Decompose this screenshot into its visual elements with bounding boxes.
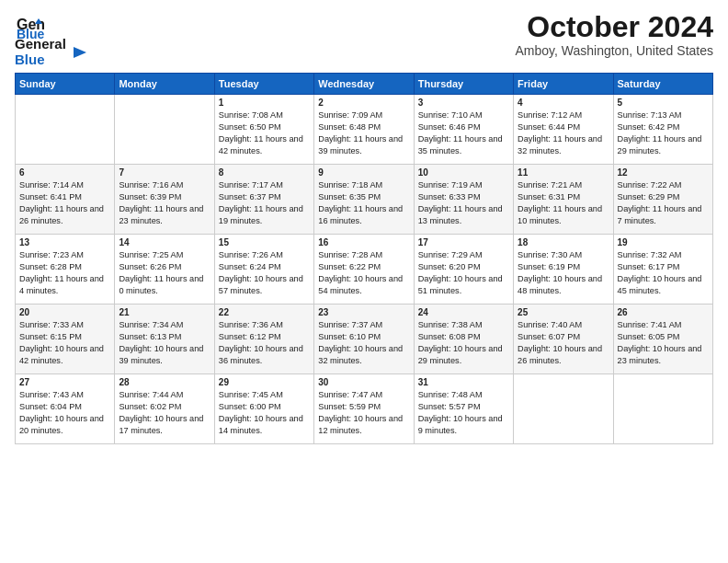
sunset-text: Sunset: 6:42 PM — [618, 122, 680, 132]
day-content: Sunrise: 7:26 AMSunset: 6:24 PMDaylight:… — [219, 249, 310, 297]
day-content: Sunrise: 7:47 AMSunset: 5:59 PMDaylight:… — [318, 389, 409, 437]
col-monday: Monday — [115, 74, 214, 95]
calendar-cell — [16, 95, 115, 165]
sunset-text: Sunset: 6:44 PM — [518, 122, 580, 132]
day-number: 1 — [219, 98, 310, 108]
day-content: Sunrise: 7:33 AMSunset: 6:15 PMDaylight:… — [19, 319, 110, 367]
day-number: 20 — [19, 307, 110, 317]
calendar-cell: 27Sunrise: 7:43 AMSunset: 6:04 PMDayligh… — [16, 374, 115, 444]
daylight-text: Daylight: 11 hours and 7 minutes. — [618, 204, 702, 225]
sunset-text: Sunset: 6:02 PM — [119, 402, 181, 411]
daylight-text: Daylight: 11 hours and 26 minutes. — [19, 204, 104, 225]
daylight-text: Daylight: 10 hours and 20 minutes. — [19, 414, 104, 435]
calendar-cell: 7Sunrise: 7:16 AMSunset: 6:39 PMDaylight… — [115, 165, 214, 235]
calendar-cell: 30Sunrise: 7:47 AMSunset: 5:59 PMDayligh… — [314, 374, 414, 444]
sunrise-text: Sunrise: 7:29 AM — [418, 250, 483, 259]
daylight-text: Daylight: 10 hours and 45 minutes. — [618, 274, 702, 295]
col-friday: Friday — [514, 74, 613, 95]
daylight-text: Daylight: 10 hours and 12 minutes. — [318, 414, 403, 435]
sunrise-text: Sunrise: 7:47 AM — [318, 390, 382, 399]
col-thursday: Thursday — [414, 74, 513, 95]
day-number: 31 — [418, 377, 509, 387]
day-content: Sunrise: 7:34 AMSunset: 6:13 PMDaylight:… — [119, 319, 210, 367]
day-content: Sunrise: 7:28 AMSunset: 6:22 PMDaylight:… — [318, 249, 409, 297]
calendar-cell: 26Sunrise: 7:41 AMSunset: 6:05 PMDayligh… — [613, 304, 712, 374]
day-content: Sunrise: 7:23 AMSunset: 6:28 PMDaylight:… — [19, 249, 110, 297]
day-number: 9 — [318, 167, 409, 178]
calendar-page: General Blue General Blue October 2024 — [0, 0, 728, 563]
calendar-cell: 10Sunrise: 7:19 AMSunset: 6:33 PMDayligh… — [414, 165, 513, 235]
daylight-text: Daylight: 10 hours and 32 minutes. — [318, 344, 403, 365]
sunrise-text: Sunrise: 7:38 AM — [418, 320, 483, 329]
calendar-cell: 20Sunrise: 7:33 AMSunset: 6:15 PMDayligh… — [16, 304, 115, 374]
sunset-text: Sunset: 6:33 PM — [418, 192, 481, 201]
calendar-cell: 29Sunrise: 7:45 AMSunset: 6:00 PMDayligh… — [214, 374, 313, 444]
sunrise-text: Sunrise: 7:33 AM — [19, 320, 84, 329]
daylight-text: Daylight: 10 hours and 14 minutes. — [219, 414, 303, 435]
logo-arrow-icon — [70, 43, 88, 62]
calendar-cell — [514, 374, 613, 444]
sunrise-text: Sunrise: 7:09 AM — [318, 110, 382, 120]
sunset-text: Sunset: 6:39 PM — [119, 192, 181, 201]
daylight-text: Daylight: 10 hours and 23 minutes. — [618, 344, 702, 365]
day-content: Sunrise: 7:14 AMSunset: 6:41 PMDaylight:… — [19, 179, 110, 227]
week-row-5: 27Sunrise: 7:43 AMSunset: 6:04 PMDayligh… — [16, 374, 713, 444]
sunrise-text: Sunrise: 7:40 AM — [518, 320, 582, 329]
day-number: 18 — [518, 237, 609, 247]
sunset-text: Sunset: 6:24 PM — [219, 262, 281, 271]
calendar-cell: 19Sunrise: 7:32 AMSunset: 6:17 PMDayligh… — [613, 235, 712, 304]
sunrise-text: Sunrise: 7:10 AM — [418, 110, 483, 120]
sunrise-text: Sunrise: 7:41 AM — [618, 320, 682, 329]
day-number: 27 — [19, 377, 110, 387]
day-number: 30 — [318, 377, 409, 387]
day-number: 6 — [19, 167, 110, 178]
day-content: Sunrise: 7:37 AMSunset: 6:10 PMDaylight:… — [318, 319, 409, 367]
col-tuesday: Tuesday — [214, 74, 313, 95]
sunrise-text: Sunrise: 7:12 AM — [518, 110, 582, 120]
daylight-text: Daylight: 11 hours and 29 minutes. — [618, 134, 702, 155]
sunrise-text: Sunrise: 7:32 AM — [618, 250, 682, 259]
daylight-text: Daylight: 10 hours and 26 minutes. — [518, 344, 602, 365]
sunset-text: Sunset: 6:07 PM — [518, 332, 580, 341]
sunset-text: Sunset: 6:04 PM — [19, 402, 82, 411]
daylight-text: Daylight: 10 hours and 29 minutes. — [418, 344, 503, 365]
sunset-text: Sunset: 6:13 PM — [119, 332, 181, 341]
sunset-text: Sunset: 6:48 PM — [318, 122, 381, 132]
day-number: 7 — [119, 167, 210, 178]
day-content: Sunrise: 7:41 AMSunset: 6:05 PMDaylight:… — [618, 319, 709, 367]
daylight-text: Daylight: 10 hours and 57 minutes. — [219, 274, 303, 295]
day-content: Sunrise: 7:12 AMSunset: 6:44 PMDaylight:… — [518, 109, 609, 157]
calendar-cell: 25Sunrise: 7:40 AMSunset: 6:07 PMDayligh… — [514, 304, 613, 374]
day-content: Sunrise: 7:16 AMSunset: 6:39 PMDaylight:… — [119, 179, 210, 227]
day-number: 26 — [618, 307, 709, 317]
daylight-text: Daylight: 11 hours and 39 minutes. — [318, 134, 403, 155]
col-wednesday: Wednesday — [314, 74, 414, 95]
day-content: Sunrise: 7:18 AMSunset: 6:35 PMDaylight:… — [318, 179, 409, 227]
sunset-text: Sunset: 6:41 PM — [19, 192, 82, 201]
daylight-text: Daylight: 10 hours and 51 minutes. — [418, 274, 503, 295]
calendar-cell: 24Sunrise: 7:38 AMSunset: 6:08 PMDayligh… — [414, 304, 513, 374]
calendar-cell: 17Sunrise: 7:29 AMSunset: 6:20 PMDayligh… — [414, 235, 513, 304]
day-number: 5 — [618, 98, 709, 108]
sunset-text: Sunset: 6:08 PM — [418, 332, 481, 341]
calendar-cell: 16Sunrise: 7:28 AMSunset: 6:22 PMDayligh… — [314, 235, 414, 304]
daylight-text: Daylight: 11 hours and 16 minutes. — [318, 204, 403, 225]
day-number: 11 — [518, 167, 609, 178]
calendar-cell: 4Sunrise: 7:12 AMSunset: 6:44 PMDaylight… — [514, 95, 613, 165]
week-row-3: 13Sunrise: 7:23 AMSunset: 6:28 PMDayligh… — [16, 235, 713, 304]
day-content: Sunrise: 7:10 AMSunset: 6:46 PMDaylight:… — [418, 109, 509, 157]
calendar-cell: 28Sunrise: 7:44 AMSunset: 6:02 PMDayligh… — [115, 374, 214, 444]
calendar-cell: 9Sunrise: 7:18 AMSunset: 6:35 PMDaylight… — [314, 165, 414, 235]
day-number: 14 — [119, 237, 210, 247]
daylight-text: Daylight: 10 hours and 9 minutes. — [418, 414, 503, 435]
daylight-text: Daylight: 10 hours and 17 minutes. — [119, 414, 203, 435]
day-content: Sunrise: 7:29 AMSunset: 6:20 PMDaylight:… — [418, 249, 509, 297]
day-number: 15 — [219, 237, 310, 247]
daylight-text: Daylight: 11 hours and 13 minutes. — [418, 204, 503, 225]
day-content: Sunrise: 7:45 AMSunset: 6:00 PMDaylight:… — [219, 389, 310, 437]
day-number: 16 — [318, 237, 409, 247]
day-number: 21 — [119, 307, 210, 317]
week-row-4: 20Sunrise: 7:33 AMSunset: 6:15 PMDayligh… — [16, 304, 713, 374]
daylight-text: Daylight: 11 hours and 23 minutes. — [119, 204, 203, 225]
sunrise-text: Sunrise: 7:25 AM — [119, 250, 183, 259]
